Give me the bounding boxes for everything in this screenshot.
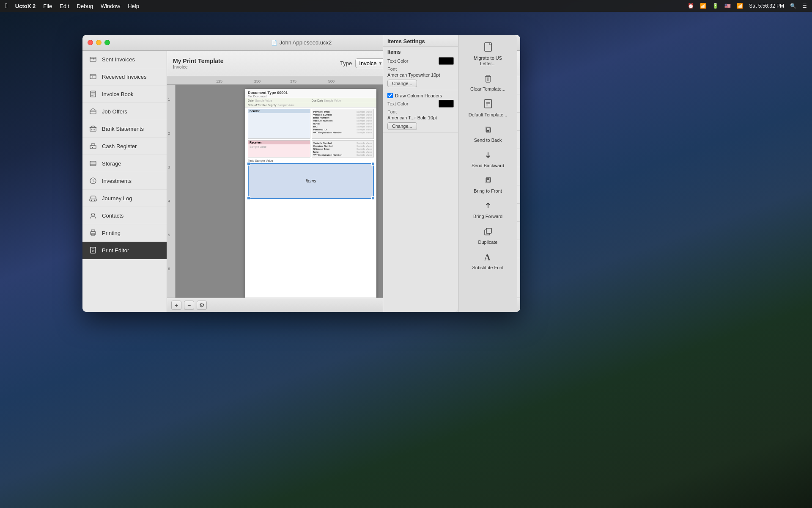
ruler-vmark-125: 1 xyxy=(168,97,170,102)
template-subtitle: Invoice xyxy=(173,64,224,69)
resize-handle-br[interactable] xyxy=(371,196,375,200)
migrate-icon xyxy=(481,41,495,54)
substitute-font-button[interactable]: A Substitute Font xyxy=(465,248,511,273)
receiver-header: Receiver xyxy=(248,141,310,144)
text-color-swatch[interactable] xyxy=(439,57,454,65)
window-menu[interactable]: Window xyxy=(101,3,120,9)
cash-register-icon xyxy=(88,141,98,151)
resize-handle-tl[interactable] xyxy=(247,162,250,166)
send-to-back-icon xyxy=(481,123,495,136)
send-to-back-button[interactable]: Send to Back xyxy=(465,120,511,146)
sidebar-item-journey-log[interactable]: Journey Log xyxy=(82,190,167,207)
debug-menu[interactable]: Debug xyxy=(77,3,93,9)
clear-template-label: Clear Template... xyxy=(470,86,505,92)
date-value: Sample Value xyxy=(255,99,272,102)
text-color-label: Text Color xyxy=(387,58,439,64)
help-menu[interactable]: Help xyxy=(128,3,139,9)
items-box[interactable]: Items xyxy=(248,163,374,199)
edit-menu[interactable]: Edit xyxy=(60,3,69,9)
contacts-label: Contacts xyxy=(102,213,123,219)
minimize-button[interactable] xyxy=(96,40,102,45)
settings-button[interactable]: ⚙ xyxy=(197,301,207,310)
storage-icon xyxy=(88,159,98,168)
ruler-vmark-750: 6 xyxy=(168,267,170,271)
text-label: Text: Sample Value xyxy=(245,158,376,163)
draw-column-headers-checkbox[interactable] xyxy=(387,93,393,98)
items-box-label: Items xyxy=(306,179,316,183)
maximize-button[interactable] xyxy=(104,40,110,45)
battery-icon[interactable]: 🔋 xyxy=(712,3,719,9)
column-font-value: American T...r Bold 10pt xyxy=(387,115,454,120)
sidebar: Sent Invoices Received Invoices Invoice … xyxy=(82,51,167,312)
traffic-lights xyxy=(88,40,110,45)
resize-handle-bl[interactable] xyxy=(247,196,250,200)
draw-column-headers-label: Draw Column Headers xyxy=(395,93,442,98)
sidebar-item-job-offers[interactable]: Job Offers xyxy=(82,103,167,120)
received-invoices-icon xyxy=(88,72,98,81)
type-value: Invoice xyxy=(359,60,376,66)
menubar:  UctoX 2 File Edit Debug Window Help ⏰ … xyxy=(0,0,812,12)
printing-icon xyxy=(88,228,98,237)
time-machine-icon[interactable]: ⏰ xyxy=(688,3,694,9)
bring-forward-icon xyxy=(481,199,495,213)
sidebar-item-cash-register[interactable]: Cash Register xyxy=(82,138,167,155)
bring-to-front-label: Bring to Front xyxy=(474,188,502,194)
ruler-mark-375: 375 xyxy=(290,79,296,83)
date-label: Date: Sample Value xyxy=(248,99,310,102)
sidebar-item-contacts[interactable]: Contacts xyxy=(82,207,167,224)
sidebar-item-sent-invoices[interactable]: Sent Invoices xyxy=(82,51,167,68)
type-select[interactable]: Invoice ▼ xyxy=(355,58,386,68)
receiver-body: Sample Value xyxy=(248,144,310,149)
doc-page: Document Type 00001 Tax Document Date: S… xyxy=(245,89,376,298)
file-menu[interactable]: File xyxy=(43,3,52,9)
svg-rect-60 xyxy=(486,228,491,233)
flag-icon[interactable]: 🇺🇸 xyxy=(724,3,731,9)
column-text-color-swatch[interactable] xyxy=(439,100,454,108)
default-template-button[interactable]: Default Template... xyxy=(465,95,511,120)
investments-icon xyxy=(88,176,98,185)
menu-icon[interactable]: ☰ xyxy=(802,3,807,9)
items-section-title: Items xyxy=(387,49,454,55)
sent-invoices-label: Sent Invoices xyxy=(102,56,135,63)
taxable-row: Date of Taxable Supply: Sample Value xyxy=(245,103,376,108)
bank-statements-label: Bank Statements xyxy=(102,126,144,132)
sidebar-item-printing[interactable]: Printing xyxy=(82,224,167,242)
change-column-font-button[interactable]: Change... xyxy=(387,122,417,130)
job-offers-label: Job Offers xyxy=(102,108,127,115)
sidebar-item-received-invoices[interactable]: Received Invoices xyxy=(82,68,167,86)
add-element-button[interactable]: + xyxy=(171,301,181,310)
send-backward-icon xyxy=(481,148,495,162)
bring-forward-button[interactable]: Bring Forward xyxy=(465,196,511,222)
printing-label: Printing xyxy=(102,230,121,236)
app-name-menu[interactable]: UctoX 2 xyxy=(15,3,36,9)
send-backward-button[interactable]: Send Backward xyxy=(465,146,511,171)
bring-to-front-icon xyxy=(481,174,495,187)
sender-body xyxy=(248,113,310,138)
svg-rect-45 xyxy=(486,76,490,82)
sidebar-item-bank-statements[interactable]: Bank Statements xyxy=(82,120,167,138)
sidebar-item-print-editor[interactable]: Print Editor xyxy=(82,242,167,259)
contacts-icon xyxy=(88,211,98,220)
due-date-label: Due Date Sample Value xyxy=(312,99,374,102)
storage-label: Storage xyxy=(102,160,121,167)
duplicate-button[interactable]: Duplicate xyxy=(465,222,511,248)
received-invoices-label: Received Invoices xyxy=(102,74,147,80)
remove-element-button[interactable]: − xyxy=(184,301,194,310)
change-font-button[interactable]: Change... xyxy=(387,80,417,87)
bring-to-front-button[interactable]: Bring to Front xyxy=(465,171,511,196)
close-button[interactable] xyxy=(88,40,93,45)
sidebar-item-storage[interactable]: Storage xyxy=(82,155,167,172)
font-row: Font American Typewriter 10pt xyxy=(387,66,454,77)
bluetooth-icon[interactable]: 📶 xyxy=(700,3,706,9)
ruler-mark-125: 125 xyxy=(216,79,222,83)
invoice-book-label: Invoice Book xyxy=(102,91,133,97)
apple-menu[interactable]:  xyxy=(5,2,8,10)
journey-log-label: Journey Log xyxy=(102,195,132,202)
resize-handle-tr[interactable] xyxy=(371,162,375,166)
clear-template-button[interactable]: Clear Template... xyxy=(465,69,511,94)
sidebar-item-invoice-book[interactable]: Invoice Book xyxy=(82,86,167,103)
search-icon[interactable]: 🔍 xyxy=(790,3,796,9)
sidebar-item-investments[interactable]: Investments xyxy=(82,172,167,190)
migrate-button[interactable]: Migrate to US Letter... xyxy=(465,38,511,69)
wifi-icon[interactable]: 📶 xyxy=(737,3,743,9)
